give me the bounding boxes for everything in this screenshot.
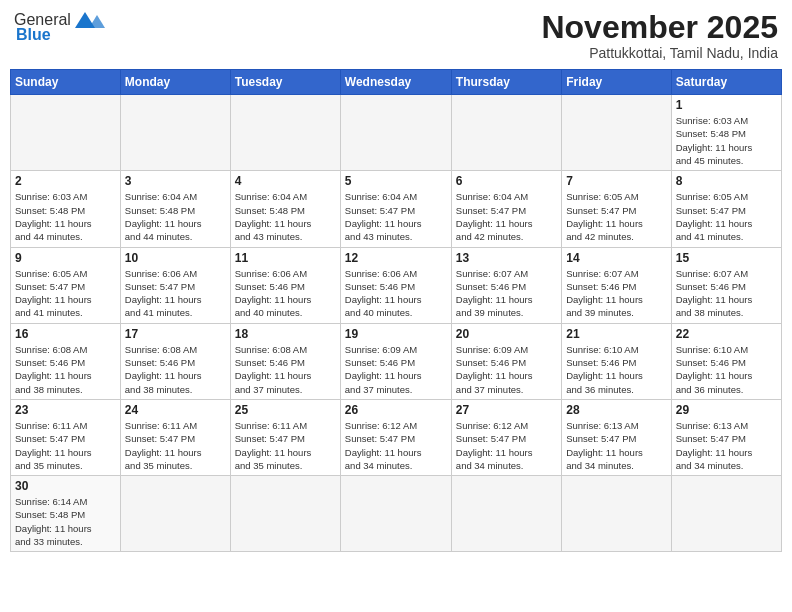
calendar-week-row: 16Sunrise: 6:08 AM Sunset: 5:46 PM Dayli… <box>11 323 782 399</box>
calendar-cell <box>671 476 781 552</box>
weekday-header-monday: Monday <box>120 70 230 95</box>
calendar-cell: 21Sunrise: 6:10 AM Sunset: 5:46 PM Dayli… <box>562 323 671 399</box>
calendar-cell <box>451 476 561 552</box>
calendar-cell: 28Sunrise: 6:13 AM Sunset: 5:47 PM Dayli… <box>562 399 671 475</box>
day-info: Sunrise: 6:11 AM Sunset: 5:47 PM Dayligh… <box>125 419 226 472</box>
day-info: Sunrise: 6:06 AM Sunset: 5:46 PM Dayligh… <box>235 267 336 320</box>
calendar-cell <box>562 476 671 552</box>
weekday-header-wednesday: Wednesday <box>340 70 451 95</box>
day-info: Sunrise: 6:11 AM Sunset: 5:47 PM Dayligh… <box>235 419 336 472</box>
weekday-header-thursday: Thursday <box>451 70 561 95</box>
day-number: 10 <box>125 251 226 265</box>
day-number: 17 <box>125 327 226 341</box>
calendar-header-row: SundayMondayTuesdayWednesdayThursdayFrid… <box>11 70 782 95</box>
calendar-cell: 20Sunrise: 6:09 AM Sunset: 5:46 PM Dayli… <box>451 323 561 399</box>
day-info: Sunrise: 6:09 AM Sunset: 5:46 PM Dayligh… <box>456 343 557 396</box>
calendar-cell: 14Sunrise: 6:07 AM Sunset: 5:46 PM Dayli… <box>562 247 671 323</box>
weekday-header-saturday: Saturday <box>671 70 781 95</box>
day-info: Sunrise: 6:08 AM Sunset: 5:46 PM Dayligh… <box>15 343 116 396</box>
calendar-cell <box>562 95 671 171</box>
logo-icon <box>75 10 111 30</box>
day-number: 13 <box>456 251 557 265</box>
calendar-cell: 16Sunrise: 6:08 AM Sunset: 5:46 PM Dayli… <box>11 323 121 399</box>
calendar-cell <box>451 95 561 171</box>
day-number: 15 <box>676 251 777 265</box>
calendar-cell <box>230 95 340 171</box>
calendar-cell: 1Sunrise: 6:03 AM Sunset: 5:48 PM Daylig… <box>671 95 781 171</box>
calendar-week-row: 23Sunrise: 6:11 AM Sunset: 5:47 PM Dayli… <box>11 399 782 475</box>
day-info: Sunrise: 6:13 AM Sunset: 5:47 PM Dayligh… <box>566 419 666 472</box>
calendar-cell: 13Sunrise: 6:07 AM Sunset: 5:46 PM Dayli… <box>451 247 561 323</box>
calendar-cell: 22Sunrise: 6:10 AM Sunset: 5:46 PM Dayli… <box>671 323 781 399</box>
day-number: 28 <box>566 403 666 417</box>
day-number: 6 <box>456 174 557 188</box>
calendar-cell: 30Sunrise: 6:14 AM Sunset: 5:48 PM Dayli… <box>11 476 121 552</box>
day-number: 29 <box>676 403 777 417</box>
day-info: Sunrise: 6:09 AM Sunset: 5:46 PM Dayligh… <box>345 343 447 396</box>
calendar-cell: 25Sunrise: 6:11 AM Sunset: 5:47 PM Dayli… <box>230 399 340 475</box>
calendar-cell: 26Sunrise: 6:12 AM Sunset: 5:47 PM Dayli… <box>340 399 451 475</box>
day-info: Sunrise: 6:07 AM Sunset: 5:46 PM Dayligh… <box>456 267 557 320</box>
day-info: Sunrise: 6:13 AM Sunset: 5:47 PM Dayligh… <box>676 419 777 472</box>
weekday-header-tuesday: Tuesday <box>230 70 340 95</box>
calendar-cell: 18Sunrise: 6:08 AM Sunset: 5:46 PM Dayli… <box>230 323 340 399</box>
calendar-cell: 15Sunrise: 6:07 AM Sunset: 5:46 PM Dayli… <box>671 247 781 323</box>
svg-marker-1 <box>89 15 105 28</box>
day-number: 5 <box>345 174 447 188</box>
day-info: Sunrise: 6:03 AM Sunset: 5:48 PM Dayligh… <box>15 190 116 243</box>
day-info: Sunrise: 6:07 AM Sunset: 5:46 PM Dayligh… <box>566 267 666 320</box>
day-info: Sunrise: 6:06 AM Sunset: 5:46 PM Dayligh… <box>345 267 447 320</box>
day-info: Sunrise: 6:10 AM Sunset: 5:46 PM Dayligh… <box>676 343 777 396</box>
day-info: Sunrise: 6:04 AM Sunset: 5:48 PM Dayligh… <box>235 190 336 243</box>
title-block: November 2025 Pattukkottai, Tamil Nadu, … <box>541 10 778 61</box>
calendar-cell: 3Sunrise: 6:04 AM Sunset: 5:48 PM Daylig… <box>120 171 230 247</box>
day-number: 16 <box>15 327 116 341</box>
calendar-cell: 24Sunrise: 6:11 AM Sunset: 5:47 PM Dayli… <box>120 399 230 475</box>
weekday-header-friday: Friday <box>562 70 671 95</box>
day-number: 2 <box>15 174 116 188</box>
day-number: 11 <box>235 251 336 265</box>
day-number: 25 <box>235 403 336 417</box>
calendar-cell <box>340 95 451 171</box>
calendar-cell: 4Sunrise: 6:04 AM Sunset: 5:48 PM Daylig… <box>230 171 340 247</box>
calendar-week-row: 2Sunrise: 6:03 AM Sunset: 5:48 PM Daylig… <box>11 171 782 247</box>
day-info: Sunrise: 6:07 AM Sunset: 5:46 PM Dayligh… <box>676 267 777 320</box>
day-number: 30 <box>15 479 116 493</box>
day-info: Sunrise: 6:05 AM Sunset: 5:47 PM Dayligh… <box>676 190 777 243</box>
logo-blue-text: Blue <box>16 26 51 44</box>
calendar-cell: 2Sunrise: 6:03 AM Sunset: 5:48 PM Daylig… <box>11 171 121 247</box>
calendar-cell: 27Sunrise: 6:12 AM Sunset: 5:47 PM Dayli… <box>451 399 561 475</box>
logo: General Blue <box>14 10 111 44</box>
calendar-cell: 8Sunrise: 6:05 AM Sunset: 5:47 PM Daylig… <box>671 171 781 247</box>
calendar-cell: 23Sunrise: 6:11 AM Sunset: 5:47 PM Dayli… <box>11 399 121 475</box>
day-info: Sunrise: 6:05 AM Sunset: 5:47 PM Dayligh… <box>15 267 116 320</box>
calendar-cell: 7Sunrise: 6:05 AM Sunset: 5:47 PM Daylig… <box>562 171 671 247</box>
calendar-cell: 6Sunrise: 6:04 AM Sunset: 5:47 PM Daylig… <box>451 171 561 247</box>
day-number: 12 <box>345 251 447 265</box>
day-number: 3 <box>125 174 226 188</box>
calendar-cell: 29Sunrise: 6:13 AM Sunset: 5:47 PM Dayli… <box>671 399 781 475</box>
day-number: 26 <box>345 403 447 417</box>
day-number: 18 <box>235 327 336 341</box>
day-info: Sunrise: 6:06 AM Sunset: 5:47 PM Dayligh… <box>125 267 226 320</box>
day-number: 14 <box>566 251 666 265</box>
calendar-cell <box>340 476 451 552</box>
day-info: Sunrise: 6:04 AM Sunset: 5:47 PM Dayligh… <box>345 190 447 243</box>
day-number: 20 <box>456 327 557 341</box>
calendar-cell: 5Sunrise: 6:04 AM Sunset: 5:47 PM Daylig… <box>340 171 451 247</box>
day-number: 23 <box>15 403 116 417</box>
calendar-cell <box>230 476 340 552</box>
calendar-cell <box>11 95 121 171</box>
calendar-week-row: 30Sunrise: 6:14 AM Sunset: 5:48 PM Dayli… <box>11 476 782 552</box>
page-header: General Blue November 2025 Pattukkottai,… <box>10 10 782 61</box>
calendar-cell: 10Sunrise: 6:06 AM Sunset: 5:47 PM Dayli… <box>120 247 230 323</box>
day-number: 21 <box>566 327 666 341</box>
day-info: Sunrise: 6:08 AM Sunset: 5:46 PM Dayligh… <box>125 343 226 396</box>
day-info: Sunrise: 6:14 AM Sunset: 5:48 PM Dayligh… <box>15 495 116 548</box>
calendar-cell: 11Sunrise: 6:06 AM Sunset: 5:46 PM Dayli… <box>230 247 340 323</box>
day-number: 24 <box>125 403 226 417</box>
month-title: November 2025 <box>541 10 778 45</box>
calendar-cell: 12Sunrise: 6:06 AM Sunset: 5:46 PM Dayli… <box>340 247 451 323</box>
calendar-cell: 17Sunrise: 6:08 AM Sunset: 5:46 PM Dayli… <box>120 323 230 399</box>
day-info: Sunrise: 6:03 AM Sunset: 5:48 PM Dayligh… <box>676 114 777 167</box>
